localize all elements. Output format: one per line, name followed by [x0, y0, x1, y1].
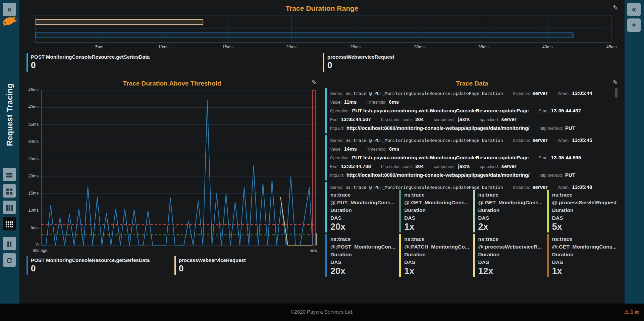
stat-value: 0 [31, 263, 150, 273]
layout-4col-button-selected[interactable] [3, 217, 16, 230]
trace-series-card[interactable]: ns:trace@:GET_MonitoringCons...DurationD… [473, 190, 545, 232]
series-POST MonitoringConsoleResource.getSeriesData [41, 101, 313, 245]
component-value: jaxrs [458, 116, 470, 122]
instance-label: Instance: [513, 138, 530, 143]
sidebar-collapse-button[interactable]: » [3, 3, 16, 16]
card-series-name: @:PUT_MonitoringCons... [330, 199, 396, 206]
card-namespace: ns:trace [552, 235, 618, 243]
range-x-tick: 40ms [541, 45, 553, 49]
trace-series-card[interactable]: ns:trace@:PUT_MonitoringCons...DurationD… [325, 190, 397, 232]
card-count: 20x [330, 266, 396, 276]
card-series-name: @:PATCH_MonitoringCo... [404, 243, 470, 251]
range-x-tick: 10ms [157, 45, 169, 49]
end-value: 13:05:44.507 [341, 116, 371, 122]
url-label: http.url: [330, 173, 344, 178]
sidebar-expand-button[interactable]: « [627, 3, 641, 16]
layout-2col-button[interactable] [3, 184, 16, 198]
component-value: jaxrs [458, 163, 470, 169]
series-label: Series: [330, 138, 343, 143]
end-label: End: [330, 117, 339, 122]
end-label: End: [330, 164, 339, 169]
line-y-tick: 0 [19, 243, 39, 247]
line-y-tick: 20ms [19, 174, 39, 178]
trace-entry-list[interactable]: Series:ns:trace @:PUT_MonitoringConsoleR… [325, 88, 614, 190]
card-namespace: ns:trace [478, 191, 544, 199]
instance-value: server [532, 137, 547, 143]
card-series-name: @:processWebserviceR... [478, 243, 544, 251]
line-y-tick: 35ms [19, 122, 39, 127]
method-label: http.method: [540, 126, 563, 131]
card-instance: DAS [404, 214, 470, 222]
card-series-name: @:processServletRequest [552, 199, 618, 206]
trace-widget-title: Trace Data [325, 80, 619, 87]
trace-series-card[interactable]: ns:trace@:processServletRequestDurationD… [547, 190, 619, 232]
right-sidebar: « + [625, 0, 644, 304]
stat-value: 0 [31, 60, 150, 70]
card-namespace: ns:trace [552, 191, 618, 199]
layout-1col-button[interactable] [3, 168, 16, 181]
request-tracing-page: » Request Tracing [0, 0, 644, 321]
when-value: 13:05:48 [572, 184, 592, 190]
refresh-button[interactable] [3, 253, 16, 267]
card-count: 20x [330, 222, 396, 232]
component-label: component: [434, 164, 455, 169]
trace-series-card[interactable]: ns:trace@:processWebserviceR...DurationD… [473, 234, 545, 277]
threshold-widget-title: Trace Duration Above Threshold [30, 80, 315, 87]
range-edit-pencil-icon[interactable]: ✎ [612, 4, 619, 12]
value-label: Value: [330, 100, 342, 105]
trace-series-card[interactable]: ns:trace@:PATCH_MonitoringCo...DurationD… [399, 234, 471, 277]
line-y-tick: 10ms [19, 208, 39, 213]
card-instance: DAS [330, 214, 396, 222]
card-namespace: ns:trace [404, 191, 470, 199]
series-stat: POST MonitoringConsoleResource.getSeries… [26, 53, 150, 72]
card-count: 1x [404, 266, 470, 276]
threshold-edit-pencil-icon[interactable]: ✎ [311, 79, 318, 87]
series-stat: processWebserviceRequest0 [323, 53, 394, 72]
add-widget-button[interactable]: + [627, 18, 641, 32]
range-x-tick: 20ms [285, 45, 298, 49]
trace-entry-summary: Series:ns:trace @:PUT_MonitoringConsoleR… [330, 183, 614, 190]
card-metric: Duration [478, 206, 544, 214]
warning-triangle-icon: ⚠ [624, 309, 629, 315]
card-series-name: @:GET_MonitoringCons... [404, 199, 470, 206]
card-count: 1x [404, 222, 470, 232]
footer: ©2020 Payara Services Ltd. ⚠1 (0) [0, 304, 644, 321]
trace-entry[interactable]: Series:ns:trace @:PUT_MonitoringConsoleR… [325, 182, 614, 190]
operation-value: PUT:fish.payara.monitoring.web.Monitorin… [352, 155, 529, 160]
trace-entry-summary: Series:ns:trace @:PUT_MonitoringConsoleR… [330, 136, 614, 145]
trace-entry-operation-line: Operation:PUT:fish.payara.monitoring.web… [330, 153, 614, 162]
layout-3col-button[interactable] [3, 201, 16, 214]
trace-list-scrollbar[interactable] [615, 88, 618, 98]
card-count: 12x [478, 266, 544, 276]
x-axis-end-label: now [297, 248, 317, 253]
range-x-tick: 15ms [221, 45, 233, 49]
threshold-label: Threshold: [367, 147, 387, 152]
line-y-tick: 25ms [19, 156, 39, 161]
pause-button[interactable] [3, 237, 16, 250]
trace-entry[interactable]: Series:ns:trace @:PUT_MonitoringConsoleR… [325, 88, 614, 133]
series-label: Series: [330, 185, 343, 190]
spankind-value: server [501, 116, 517, 122]
card-namespace: ns:trace [478, 235, 544, 243]
card-metric: Duration [552, 251, 618, 258]
trace-entry[interactable]: Series:ns:trace @:PUT_MonitoringConsoleR… [325, 135, 614, 180]
trace-series-card[interactable]: ns:trace@:POST_MonitoringCon...DurationD… [325, 234, 397, 277]
trace-edit-pencil-icon[interactable]: ✎ [612, 79, 619, 87]
trace-entry-url-line: http.url:http://localhost:8080/monitorin… [330, 124, 614, 132]
range-x-tick: 25ms [349, 45, 361, 49]
trace-series-card[interactable]: ns:trace@:GET_MonitoringCons...DurationD… [547, 234, 619, 277]
line-y-tick: 30ms [19, 139, 39, 144]
stat-label: processWebserviceRequest [327, 54, 394, 60]
threshold-label: Threshold: [367, 100, 386, 105]
card-metric: Duration [330, 206, 396, 214]
card-series-name: @:GET_MonitoringCons... [478, 199, 544, 206]
series-id: ns:trace @:PUT_MonitoringConsoleResource… [345, 185, 503, 190]
range-x-tick: 30ms [413, 45, 425, 49]
instance-label: Instance: [513, 185, 530, 190]
alerts-indicator[interactable]: ⚠1 (0) [624, 309, 639, 315]
card-metric: Duration [478, 251, 544, 258]
trace-duration-line-chart [41, 89, 317, 246]
trace-series-card[interactable]: ns:trace@:GET_MonitoringCons...DurationD… [399, 190, 471, 232]
component-label: component: [434, 117, 455, 122]
spankind-value: server [501, 163, 517, 169]
